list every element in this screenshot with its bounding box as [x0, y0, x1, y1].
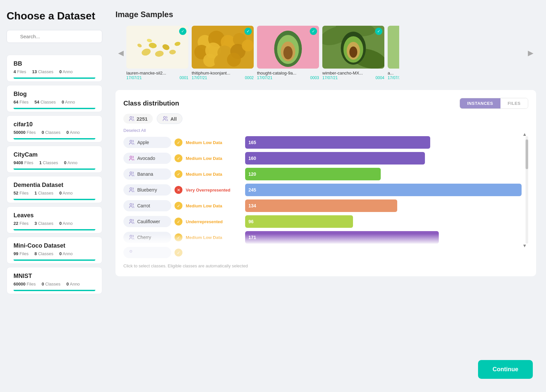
dataset-name-dementia: Dementia Dataset [14, 182, 95, 189]
dataset-card-mnist[interactable]: MNIST 60000 Files 0 Classes 0 Anno [7, 267, 102, 294]
footnote: Click to select classes. Eligible classe… [123, 263, 528, 268]
svg-point-36 [130, 116, 132, 118]
scrollbar-thumb[interactable] [526, 139, 528, 169]
sample-name-1: lauren-mancke-sil2... [126, 71, 188, 75]
sample-meta-4: wimber-cancho-MX... 17/07/210004 [322, 71, 384, 80]
bar-fill-apple: 165 [245, 136, 430, 149]
sample-img-4: ✓ [322, 26, 384, 69]
people-icon [129, 116, 135, 122]
dataset-meta-mnist: 60000 Files 0 Classes 0 Anno [14, 282, 95, 286]
bar-wrapper-cherry: 171 [245, 231, 522, 244]
svg-point-42 [130, 203, 132, 205]
svg-point-21 [227, 53, 241, 67]
dataset-meta-leaves: 22 Files 3 Classes 0 Anno [14, 221, 95, 226]
class-chip-partial [123, 247, 171, 258]
svg-point-34 [349, 46, 357, 58]
class-icon-avocado [129, 155, 135, 161]
all-badge[interactable]: All [157, 113, 182, 124]
bar-fill-blueberry: 245 [245, 184, 522, 196]
sample-item-2[interactable]: ✓ thitiphum-koonjant... 17/07/210002 [192, 26, 254, 80]
class-rows-outer: ▲ Apple ✓ Medium Low Data 165 [123, 136, 528, 244]
bar-bg-cauliflower: 96 [245, 215, 522, 228]
status-icon-partial: ✓ [175, 249, 182, 256]
bar-wrapper-blueberry: 245 [245, 184, 522, 196]
page-title: Choose a Dataset [7, 10, 102, 22]
class-chip-cherry[interactable]: Cherry [123, 232, 171, 243]
sample-date-5: 17/07/2116 [388, 75, 399, 80]
dataset-card-dementia[interactable]: Dementia Dataset 52 Files 1 Classes 0 An… [7, 176, 102, 203]
search-wrapper: 🔍 [7, 30, 102, 49]
bar-bg-avocado: 160 [245, 152, 522, 165]
bar-wrapper-carrot: 134 [245, 199, 522, 212]
dataset-name-minicoco: Mini-Coco Dataset [14, 242, 95, 249]
sample-item-4[interactable]: ✓ wimber-cancho-MX... 17/07/210004 [322, 26, 384, 80]
class-row-blueberry: Blueberry ✕ Very Overrepresented 245 [123, 184, 522, 196]
status-icon-blueberry: ✕ [175, 186, 182, 194]
deselect-all-link[interactable]: Deselect All [123, 128, 146, 133]
sample-item-1[interactable]: ✓ lauren-mancke-sil2... 17/07/210001 [126, 26, 188, 80]
sample-item-3[interactable]: ✓ thought-catalog-9a... 17/07/210003 [257, 26, 319, 80]
instances-badge: 2251 [123, 114, 153, 124]
sample-item-5[interactable]: a... 17/07/2116 [388, 26, 399, 80]
next-samples-button[interactable]: ▶ [525, 49, 536, 57]
class-chip-apple[interactable]: Apple [123, 137, 171, 148]
all-label: All [170, 116, 177, 122]
instances-row: 2251 All [123, 113, 528, 124]
class-icon-cauliflower [129, 219, 135, 225]
dataset-meta-minicoco: 99 Files 8 Classes 0 Anno [14, 251, 95, 256]
sample-name-3: thought-catalog-9a... [257, 71, 319, 75]
class-chip-carrot[interactable]: Carrot [123, 200, 171, 211]
status-label-apple: Medium Low Data [186, 140, 242, 145]
dataset-card-bb[interactable]: BB 4 Files 13 Classes 0 Anno [7, 55, 102, 82]
svg-point-40 [130, 172, 132, 174]
sample-date-2: 17/07/210002 [192, 75, 254, 80]
class-chip-blueberry[interactable]: Blueberry [123, 184, 171, 196]
dataset-name-mnist: MNIST [14, 273, 95, 280]
class-name-cherry: Cherry [137, 235, 151, 240]
class-name-carrot: Carrot [137, 203, 150, 208]
status-icon-avocado: ✓ [175, 154, 182, 162]
image-samples-title: Image Samples [115, 10, 536, 19]
status-icon-banana: ✓ [175, 170, 182, 178]
class-icon-banana [129, 171, 135, 177]
bar-wrapper-cauliflower: 96 [245, 215, 522, 228]
dataset-card-cifar10[interactable]: cifar10 50000 Files 0 Classes 0 Anno [7, 115, 102, 142]
distribution-header: Class distribution INSTANCES FILES [123, 98, 528, 109]
sample-check-3: ✓ [310, 28, 317, 35]
dataset-card-blog[interactable]: Blog 64 Files 54 Classes 0 Anno [7, 85, 102, 112]
bar-fill-avocado: 160 [245, 152, 425, 165]
sample-date-3: 17/07/210003 [257, 75, 319, 80]
dataset-meta-blog: 64 Files 54 Classes 0 Anno [14, 100, 95, 105]
bar-wrapper-avocado: 160 [245, 152, 522, 165]
svg-point-41 [130, 188, 132, 190]
dataset-card-citycam[interactable]: CityCam 9408 Files 1 Classes 0 Anno [7, 146, 102, 173]
status-label-avocado: Medium Low Data [186, 156, 242, 161]
class-chip-cauliflower[interactable]: Cauliflower [123, 216, 171, 227]
dataset-meta-cifar10: 50000 Files 0 Classes 0 Anno [14, 130, 95, 135]
class-chip-avocado[interactable]: Avocado [123, 153, 171, 164]
search-input[interactable] [7, 30, 102, 43]
status-icon-cauliflower: ✓ [175, 218, 182, 226]
class-row-avocado: Avocado ✓ Medium Low Data 160 [123, 152, 522, 165]
class-icon-apple [129, 139, 135, 145]
class-icon-partial [129, 250, 135, 256]
class-row-cauliflower: Cauliflower ✓ Underrepresented 96 [123, 215, 522, 228]
dataset-name-citycam: CityCam [14, 151, 95, 158]
toggle-files-button[interactable]: FILES [500, 98, 528, 108]
class-chip-banana[interactable]: Banana [123, 168, 171, 180]
dataset-card-leaves[interactable]: Leaves 22 Files 3 Classes 0 Anno [7, 206, 102, 233]
sample-img-1: ✓ [126, 26, 188, 69]
continue-button[interactable]: Continue [478, 360, 533, 379]
sample-img-5 [388, 26, 399, 69]
bar-bg-cherry: 171 [245, 231, 522, 244]
sample-meta-1: lauren-mancke-sil2... 17/07/210001 [126, 71, 188, 80]
svg-point-18 [242, 40, 254, 51]
status-label-cherry: Medium Low Data [186, 235, 242, 240]
dataset-card-minicoco[interactable]: Mini-Coco Dataset 99 Files 8 Classes 0 A… [7, 237, 102, 264]
toggle-instances-button[interactable]: INSTANCES [460, 98, 500, 108]
prev-samples-button[interactable]: ◀ [115, 49, 126, 57]
instances-count: 2251 [137, 116, 147, 122]
sample-name-4: wimber-cancho-MX... [322, 71, 384, 75]
bar-bg-carrot: 134 [245, 199, 522, 212]
bar-fill-banana: 120 [245, 168, 381, 180]
